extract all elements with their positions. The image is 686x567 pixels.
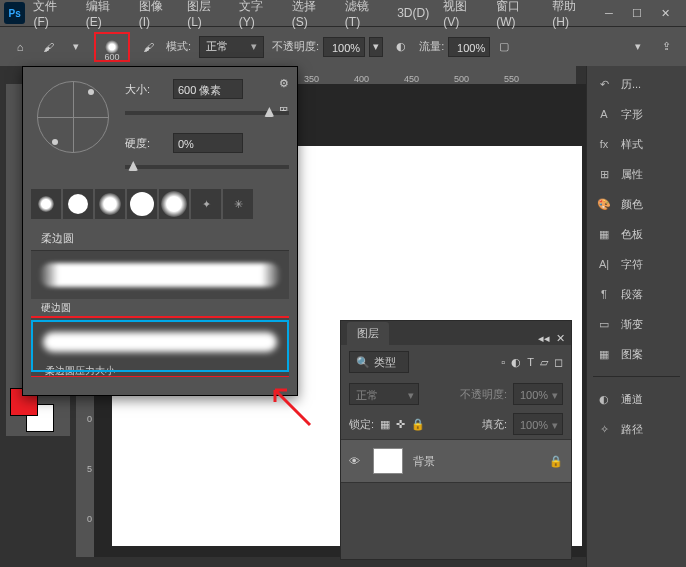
styles-icon: fx bbox=[595, 136, 613, 152]
menu-window[interactable]: 窗口(W) bbox=[490, 0, 544, 32]
character-icon: A| bbox=[595, 256, 613, 272]
opacity-dropdown[interactable]: ▾ bbox=[369, 37, 383, 57]
close-panel-icon[interactable]: ✕ bbox=[556, 332, 565, 345]
menu-3d[interactable]: 3D(D) bbox=[391, 3, 435, 23]
hardness-input[interactable]: 0% bbox=[173, 133, 243, 153]
history-icon: ↶ bbox=[595, 76, 613, 92]
menu-view[interactable]: 视图(V) bbox=[437, 0, 488, 32]
brush-angle-control[interactable] bbox=[37, 81, 109, 153]
size-label: 大小: bbox=[125, 82, 165, 97]
blend-mode-select[interactable]: 正常 bbox=[199, 36, 264, 58]
menu-edit[interactable]: 编辑(E) bbox=[80, 0, 131, 32]
brush-group-hard[interactable]: 硬边圆 bbox=[31, 299, 289, 318]
menu-layer[interactable]: 图层(L) bbox=[181, 0, 231, 32]
chevron-down-icon[interactable]: ▾ bbox=[66, 37, 86, 57]
panel-glyphs[interactable]: A字形 bbox=[593, 104, 680, 124]
pressure-opacity-icon[interactable]: ◐ bbox=[391, 37, 411, 57]
channels-icon: ◐ bbox=[595, 391, 613, 407]
visibility-icon[interactable]: 👁 bbox=[349, 455, 363, 467]
lock-label: 锁定: bbox=[349, 417, 374, 432]
paragraph-icon: ¶ bbox=[595, 286, 613, 302]
menu-type[interactable]: 文字(Y) bbox=[233, 0, 284, 32]
filter-pixel-icon[interactable]: ▫ bbox=[501, 356, 505, 369]
brush-thumb-4[interactable] bbox=[127, 189, 157, 219]
layer-thumbnail[interactable] bbox=[373, 448, 403, 474]
color-icon: 🎨 bbox=[595, 196, 613, 212]
flow-input[interactable]: 100% bbox=[448, 37, 490, 57]
brush-thumb-6[interactable]: ✦ bbox=[191, 189, 221, 219]
brush-thumb-2[interactable] bbox=[63, 189, 93, 219]
right-panels: ↶历... A字形 fx样式 ⊞属性 🎨颜色 ▦色板 A|字符 ¶段落 ▭渐变 … bbox=[586, 66, 686, 567]
panel-gradient[interactable]: ▭渐变 bbox=[593, 314, 680, 334]
menu-file[interactable]: 文件(F) bbox=[27, 0, 77, 32]
layer-blend-mode[interactable]: 正常 bbox=[349, 383, 419, 405]
panel-paths[interactable]: ✧路径 bbox=[593, 419, 680, 439]
brush-thumb-1[interactable] bbox=[31, 189, 61, 219]
maximize-button[interactable]: ☐ bbox=[628, 4, 646, 22]
brush-thumb-3[interactable] bbox=[95, 189, 125, 219]
panel-properties[interactable]: ⊞属性 bbox=[593, 164, 680, 184]
app-logo: Ps bbox=[4, 2, 25, 24]
panel-channels[interactable]: ◐通道 bbox=[593, 389, 680, 409]
swatches-icon: ▦ bbox=[595, 226, 613, 242]
panel-patterns[interactable]: ▦图案 bbox=[593, 344, 680, 364]
lock-pixels-icon[interactable]: 🔒 bbox=[411, 418, 425, 431]
menu-filter[interactable]: 滤镜(T) bbox=[339, 0, 389, 32]
layer-opacity-label: 不透明度: bbox=[460, 387, 507, 402]
panel-color[interactable]: 🎨颜色 bbox=[593, 194, 680, 214]
filter-smart-icon[interactable]: ◻ bbox=[554, 356, 563, 369]
gradient-icon: ▭ bbox=[595, 316, 613, 332]
layers-tab[interactable]: 图层 bbox=[347, 322, 389, 345]
lock-all-icon[interactable]: ▦ bbox=[380, 418, 390, 431]
properties-icon: ⊞ bbox=[595, 166, 613, 182]
menu-select[interactable]: 选择(S) bbox=[286, 0, 337, 32]
patterns-icon: ▦ bbox=[595, 346, 613, 362]
glyphs-icon: A bbox=[595, 106, 613, 122]
collapse-icon[interactable]: ◂◂ bbox=[538, 332, 550, 345]
close-button[interactable]: ✕ bbox=[656, 4, 674, 22]
lock-position-icon[interactable]: ✜ bbox=[396, 418, 405, 431]
brush-settings-icon[interactable]: 🖌 bbox=[138, 37, 158, 57]
panel-character[interactable]: A|字符 bbox=[593, 254, 680, 274]
menu-image[interactable]: 图像(I) bbox=[133, 0, 179, 32]
layers-panel: 图层 ◂◂✕ 🔍类型 ▫ ◐ T ▱ ◻ 正常 不透明度: 100% 锁定: ▦… bbox=[340, 320, 572, 560]
layer-filter-type[interactable]: 🔍类型 bbox=[349, 351, 409, 373]
opacity-input[interactable]: 100% bbox=[323, 37, 365, 57]
minimize-button[interactable]: ─ bbox=[600, 4, 618, 22]
lock-icon[interactable]: 🔒 bbox=[549, 455, 563, 468]
fill-label: 填充: bbox=[482, 417, 507, 432]
brush-list: 柔边圆 硬边圆 柔边圆压力大小 bbox=[31, 227, 289, 377]
hardness-label: 硬度: bbox=[125, 136, 165, 151]
share-icon[interactable]: ⇪ bbox=[656, 37, 676, 57]
panel-paragraph[interactable]: ¶段落 bbox=[593, 284, 680, 304]
layer-opacity-input[interactable]: 100% bbox=[513, 383, 563, 405]
paths-icon: ✧ bbox=[595, 421, 613, 437]
panel-history[interactable]: ↶历... bbox=[593, 74, 680, 94]
size-slider[interactable] bbox=[125, 111, 289, 115]
brush-thumb-5[interactable] bbox=[159, 189, 189, 219]
menu-help[interactable]: 帮助(H) bbox=[546, 0, 598, 32]
airbrush-icon[interactable]: ▢ bbox=[494, 37, 514, 57]
brush-group-soft[interactable]: 柔边圆 bbox=[31, 227, 289, 251]
size-input[interactable]: 600 像素 bbox=[173, 79, 243, 99]
brush-stroke-preview-2[interactable] bbox=[43, 324, 277, 360]
layer-row-background[interactable]: 👁 背景 🔒 bbox=[341, 439, 571, 483]
panel-divider bbox=[593, 376, 680, 377]
filter-type-icon[interactable]: T bbox=[527, 356, 534, 369]
layer-fill-input[interactable]: 100% bbox=[513, 413, 563, 435]
filter-adjust-icon[interactable]: ◐ bbox=[511, 356, 521, 369]
hardness-slider[interactable] bbox=[125, 165, 289, 169]
brush-thumb-7[interactable]: ✳ bbox=[223, 189, 253, 219]
home-icon[interactable]: ⌂ bbox=[10, 37, 30, 57]
chevron-down-icon-2[interactable]: ▾ bbox=[628, 37, 648, 57]
brush-size-value: 600 bbox=[104, 52, 119, 62]
panel-swatches[interactable]: ▦色板 bbox=[593, 224, 680, 244]
filter-shape-icon[interactable]: ▱ bbox=[540, 356, 548, 369]
gear-icon[interactable]: ⚙ bbox=[279, 77, 289, 90]
panel-styles[interactable]: fx样式 bbox=[593, 134, 680, 154]
layer-name[interactable]: 背景 bbox=[413, 454, 435, 469]
brush-preset-picker[interactable]: 600 bbox=[94, 32, 130, 62]
brush-tool-icon[interactable]: 🖌 bbox=[38, 37, 58, 57]
brush-stroke-preview-1[interactable] bbox=[39, 257, 281, 293]
search-icon: 🔍 bbox=[356, 356, 370, 369]
